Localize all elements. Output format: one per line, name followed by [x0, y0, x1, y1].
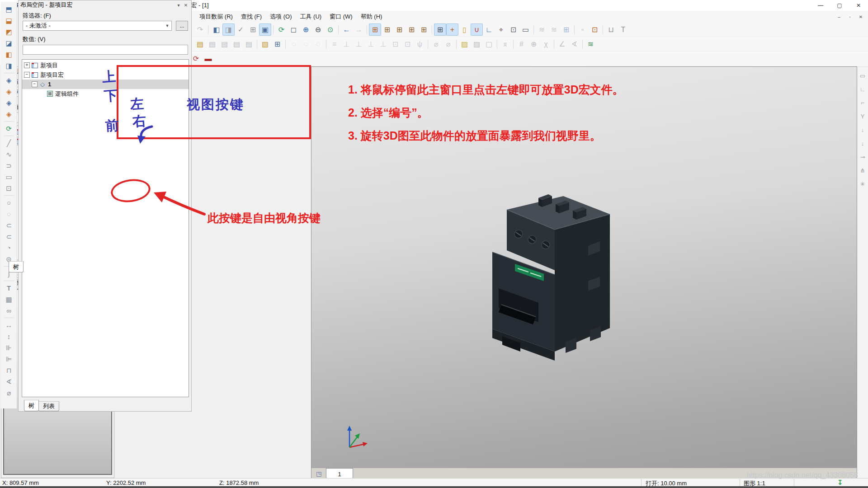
grid-e-button[interactable]: ⊞ [418, 23, 430, 36]
maximize-button[interactable]: ▢ [830, 0, 849, 11]
enclosure-a-button[interactable]: ⊡ [389, 38, 401, 50]
connection-b-button[interactable]: ⌀ [442, 38, 454, 50]
iso-view-1-button[interactable]: ◈ [3, 75, 15, 86]
forward-button[interactable]: → [353, 23, 365, 36]
3d-model-circuit-breaker[interactable] [474, 192, 630, 373]
fork-tool-button[interactable]: ⋔ [858, 164, 868, 176]
workspace-split-button[interactable]: ◧ [210, 23, 222, 36]
update-connections-button[interactable]: ⟳ [190, 53, 202, 65]
iso-view-2-button[interactable]: ◈ [3, 86, 15, 97]
selection-area-button[interactable]: ▢ [483, 38, 495, 50]
sector-button[interactable]: ◔ [3, 242, 15, 253]
sync-project-button[interactable]: ◌ [300, 38, 312, 50]
workspace-grid-button[interactable]: ◨ [222, 23, 235, 36]
terminal-pins-button[interactable]: ψ [414, 38, 426, 50]
redraw-button[interactable]: ⟳ [275, 23, 288, 36]
mdi-minimize-button[interactable]: – [834, 12, 844, 21]
layout-tab-列表[interactable]: 列表 [38, 401, 59, 411]
dim-angle-button[interactable]: ∢ [3, 376, 15, 387]
iso-view-4-button[interactable]: ◈ [3, 108, 15, 120]
arrow-tool-1-button[interactable]: ↓ [858, 124, 868, 136]
menu-find[interactable]: 查找 (F) [237, 11, 266, 22]
dim-chain-button[interactable]: ⊪ [3, 342, 15, 353]
layout-tree-item[interactable]: +新项目 [22, 61, 189, 70]
menu-window[interactable]: 窗口 (W) [326, 11, 357, 22]
end-marker-button[interactable]: ▬ [202, 53, 214, 65]
minimize-button[interactable]: — [811, 0, 830, 11]
free-view-button[interactable]: ⟳ [3, 123, 15, 134]
design-mode-button[interactable]: ▯ [458, 23, 471, 36]
tree-expander[interactable]: − [24, 72, 30, 78]
revision-control-button[interactable]: ▤ [206, 38, 218, 50]
increment-button[interactable]: ▭ [519, 23, 532, 36]
import-file-button[interactable]: ▤ [231, 38, 243, 50]
view-front-button[interactable]: ◧ [3, 49, 15, 60]
layout-value-input[interactable] [23, 45, 188, 55]
device-b-button[interactable]: ⊥ [353, 38, 365, 50]
connection-a-button[interactable]: ⌀ [430, 38, 442, 50]
graphics-filter-button[interactable]: ⊞ [560, 23, 572, 36]
rectangle-button[interactable]: ▭ [3, 171, 15, 183]
grid-b-button[interactable]: ⊞ [381, 23, 393, 36]
menu-options[interactable]: 选项 (O) [266, 11, 296, 22]
tree-expander[interactable]: − [32, 81, 38, 87]
arc-2-button[interactable]: ⊂ [3, 231, 15, 242]
edit-box-button[interactable]: ▧ [259, 38, 271, 50]
pages-tab-树[interactable]: 树 [9, 261, 24, 272]
mdi-close-button[interactable]: ✕ [855, 12, 866, 21]
corner-tool-2-button[interactable]: ⌐ [858, 97, 868, 108]
grid-c-button[interactable]: ⊞ [393, 23, 406, 36]
arc-1-button[interactable]: ⊂ [3, 220, 15, 231]
layout-tab-树[interactable]: 树 [24, 400, 39, 411]
3d-workspace[interactable]: ◳ 1 [311, 66, 857, 480]
export-file-button[interactable]: ▤ [243, 38, 255, 50]
enclosure-b-button[interactable]: ⊡ [401, 38, 414, 50]
star-tool-button[interactable]: ✳ [858, 178, 868, 190]
text-button[interactable]: T [3, 282, 15, 294]
layout-filter-dropdown[interactable]: - 未激活 - ▼ [23, 21, 172, 31]
zoom-out-button[interactable]: ⊖ [312, 23, 324, 36]
grid-display-button[interactable]: ⊞ [434, 23, 446, 36]
circle-points-button[interactable]: ◌ [3, 208, 15, 220]
dim-half-button[interactable]: ⊓ [3, 365, 15, 376]
grid-a-button[interactable]: ⊞ [369, 23, 381, 36]
layout-tree-item[interactable]: −◇1 [22, 80, 189, 89]
text-frame-button[interactable]: T [617, 23, 629, 36]
redo-all-button[interactable]: ↷ [194, 23, 206, 36]
angle-a-button[interactable]: ∠ [556, 38, 568, 50]
back-button[interactable]: ← [340, 23, 353, 36]
pin-list-button[interactable]: ≡ [328, 38, 340, 50]
insert-window-button[interactable]: ⊞ [247, 23, 259, 36]
graphics-gray-1-button[interactable]: ≋ [536, 23, 548, 36]
handle-tool-button[interactable]: ⊸ [858, 151, 868, 163]
sync-parts-button[interactable]: ◌ [288, 38, 300, 50]
circle-button[interactable]: ○ [3, 197, 15, 208]
close-button[interactable]: ✕ [849, 0, 868, 11]
relative-coordinate-button[interactable]: ⌖ [495, 23, 507, 36]
rail-center-button[interactable]: ⊕ [528, 38, 540, 50]
view-right-button[interactable]: ◪ [3, 38, 15, 49]
angle-b-button[interactable]: ∢ [568, 38, 580, 50]
view-bottom-button[interactable]: ⬓ [3, 15, 15, 26]
rotate-tool-button[interactable]: Y [858, 110, 868, 122]
hyperlink-button[interactable]: ∞ [3, 305, 15, 316]
device-d-button[interactable]: ⊥ [377, 38, 389, 50]
pin-icon[interactable]: ▾ [175, 2, 182, 8]
dim-radius-button[interactable]: ⌀ [3, 387, 15, 399]
menu-project-data[interactable]: 项目数据 (R) [195, 11, 237, 22]
corner-tool-1-button[interactable]: ∟ [858, 83, 868, 95]
graphic-check-button[interactable]: ✓ [235, 23, 247, 36]
snap-to-grid-button[interactable]: + [446, 23, 458, 36]
dim-linear-button[interactable]: ↔ [3, 319, 15, 331]
coordinate-input-button[interactable]: ∟ [483, 23, 495, 36]
rectangle-2-button[interactable]: ⊡ [3, 183, 15, 194]
table-edit-button[interactable]: ⊞ [271, 38, 283, 50]
filter-more-button[interactable]: ... [176, 21, 188, 31]
window-layout-button[interactable]: ▣ [259, 23, 271, 36]
menu-utilities[interactable]: 工具 (U) [296, 11, 326, 22]
stamp-button[interactable]: ⌆ [499, 38, 511, 50]
zoom-100-button[interactable]: ⊙ [324, 23, 336, 36]
grid-d-button[interactable]: ⊞ [406, 23, 418, 36]
device-c-button[interactable]: ⊥ [365, 38, 377, 50]
view-back-button[interactable]: ◨ [3, 60, 15, 71]
